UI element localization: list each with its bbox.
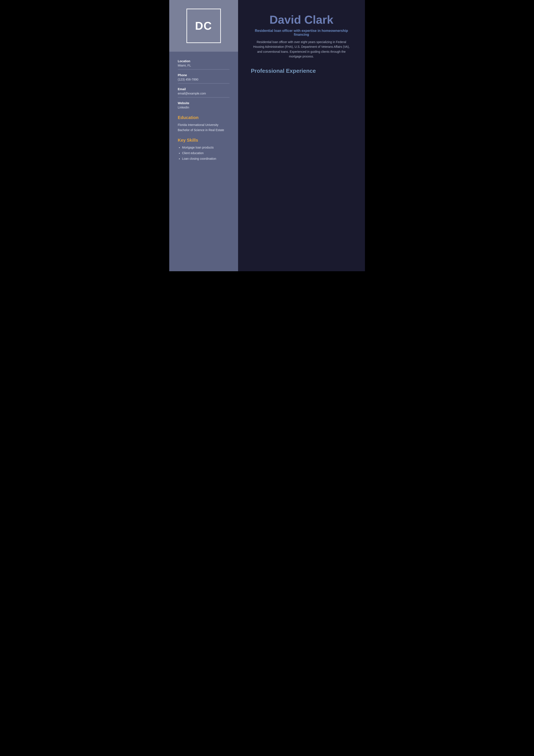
skills-list: Mortgage loan products Client education … <box>178 146 229 160</box>
education-degree: Bachelor of Science in Real Estate <box>178 128 229 132</box>
avatar-initials: DC <box>195 19 212 32</box>
skill-item-2: Client education <box>182 151 229 155</box>
candidate-title: Residential loan officer with expertise … <box>251 29 352 37</box>
location-label: Location <box>178 59 229 63</box>
candidate-summary: Residential loan officer with over eight… <box>251 40 352 59</box>
website-item: Website LinkedIn <box>178 101 229 109</box>
skill-item-1: Mortgage loan products <box>182 146 229 149</box>
website-label: Website <box>178 101 229 105</box>
phone-label: Phone <box>178 73 229 77</box>
phone-value: (123) 456-7890 <box>178 78 229 81</box>
skill-item-3: Loan closing coordination <box>182 157 229 160</box>
main-content: David Clark Residential loan officer wit… <box>238 0 365 271</box>
website-value[interactable]: LinkedIn <box>178 106 229 109</box>
education-title: Education <box>178 115 229 120</box>
sidebar-top: DC <box>169 0 238 52</box>
education-university: Florida International University <box>178 123 229 126</box>
email-value: email@example.com <box>178 92 229 95</box>
sidebar-content: Location Miami, FL Phone (123) 456-7890 … <box>169 52 238 170</box>
email-divider <box>178 97 229 97</box>
contact-section: Location Miami, FL Phone (123) 456-7890 … <box>178 59 229 109</box>
candidate-name: David Clark <box>251 13 352 26</box>
location-item: Location Miami, FL <box>178 59 229 69</box>
avatar-box: DC <box>187 9 221 43</box>
skills-title: Key Skills <box>178 138 229 143</box>
email-item: Email email@example.com <box>178 87 229 97</box>
resume-container: DC Location Miami, FL Phone (123) 456-78… <box>169 0 365 271</box>
phone-item: Phone (123) 456-7890 <box>178 73 229 84</box>
location-value: Miami, FL <box>178 64 229 67</box>
phone-divider <box>178 83 229 84</box>
email-label: Email <box>178 87 229 91</box>
pro-exp-title: Professional Experience <box>251 68 352 74</box>
sidebar: DC Location Miami, FL Phone (123) 456-78… <box>169 0 238 271</box>
